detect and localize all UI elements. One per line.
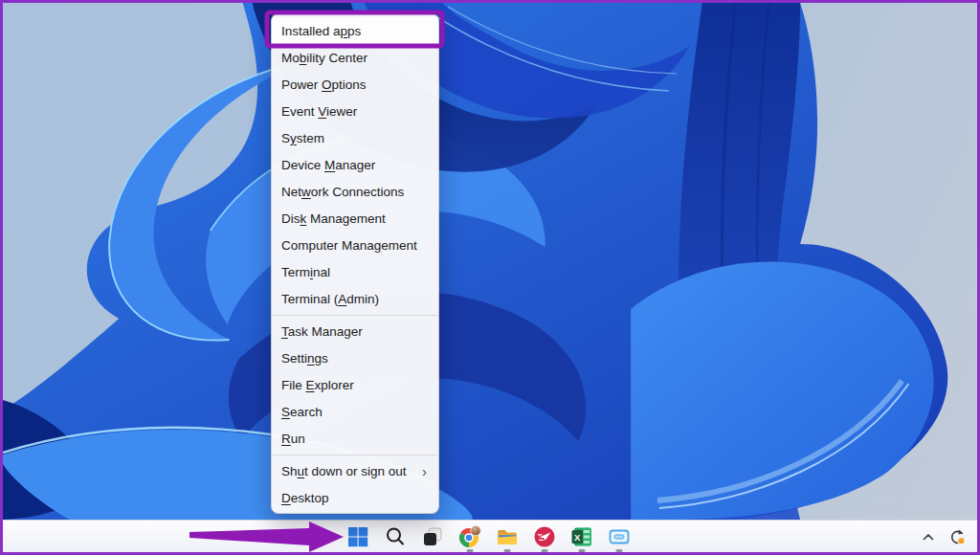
- paper-plane-icon: [533, 525, 556, 548]
- menu-item-label: Desktop: [281, 491, 329, 505]
- menu-item-event-viewer[interactable]: Event Viewer: [272, 98, 438, 124]
- desktop-wallpaper: [3, 3, 977, 520]
- menu-item-settings[interactable]: Settings: [272, 344, 438, 371]
- submenu-chevron-icon: ›: [422, 464, 430, 478]
- menu-item-label: Installed apps: [281, 24, 361, 38]
- menu-item-shut-down-or-sign-out[interactable]: Shut down or sign out›: [272, 457, 438, 484]
- taskbar-excel-button[interactable]: X: [563, 521, 600, 553]
- menu-item-label: Run: [281, 432, 305, 446]
- menu-item-task-manager[interactable]: Task Manager: [272, 318, 438, 344]
- running-indicator: [466, 549, 473, 552]
- tray-windows-update-button[interactable]: [947, 527, 966, 546]
- taskbar-blue-app-button[interactable]: [600, 521, 637, 553]
- menu-item-label: Computer Management: [281, 238, 417, 253]
- menu-item-run[interactable]: Run: [272, 425, 438, 452]
- menu-item-computer-management[interactable]: Computer Management: [272, 232, 438, 258]
- taskbar-red-app-button[interactable]: [525, 521, 563, 553]
- taskbar-file-explorer-button[interactable]: [488, 521, 525, 553]
- excel-icon: X: [570, 525, 593, 548]
- svg-text:X: X: [574, 532, 581, 543]
- menu-item-label: Mobility Center: [281, 51, 368, 65]
- menu-item-label: Terminal: [281, 265, 330, 279]
- menu-item-label: Settings: [281, 351, 328, 366]
- search-icon: [384, 525, 407, 548]
- system-tray: [919, 521, 966, 553]
- menu-item-device-manager[interactable]: Device Manager: [272, 151, 438, 178]
- menu-item-label: System: [281, 131, 324, 145]
- menu-item-mobility-center[interactable]: Mobility Center: [272, 44, 438, 71]
- taskbar-start-button[interactable]: [339, 521, 376, 553]
- app-window-icon: [608, 525, 631, 548]
- menu-item-label: Disk Management: [281, 211, 386, 226]
- running-indicator: [615, 549, 622, 552]
- running-indicator: [578, 549, 585, 552]
- menu-item-label: Power Options: [281, 78, 367, 92]
- menu-item-label: Shut down or sign out: [281, 464, 407, 478]
- menu-separator: [273, 455, 437, 455]
- running-indicator: [541, 549, 547, 552]
- taskbar-icon-strip: X: [339, 521, 637, 553]
- menu-item-network-connections[interactable]: Network Connections: [272, 178, 438, 205]
- menu-item-system[interactable]: System: [272, 124, 438, 151]
- menu-item-terminal[interactable]: Terminal: [272, 258, 438, 285]
- menu-item-file-explorer[interactable]: File Explorer: [272, 371, 438, 398]
- windows-logo-icon: [346, 525, 369, 548]
- menu-item-power-options[interactable]: Power Options: [272, 71, 438, 98]
- menu-item-installed-apps[interactable]: Installed apps: [272, 17, 438, 44]
- menu-item-desktop[interactable]: Desktop: [272, 484, 438, 511]
- task-view-icon: [421, 525, 444, 548]
- menu-item-terminal-admin[interactable]: Terminal (Admin): [272, 285, 438, 312]
- menu-item-search[interactable]: Search: [272, 398, 438, 425]
- taskbar: X: [3, 520, 977, 552]
- menu-item-label: Search: [281, 405, 323, 419]
- menu-item-label: Network Connections: [281, 185, 404, 199]
- taskbar-search-button[interactable]: [376, 521, 413, 553]
- menu-item-label: Device Manager: [281, 158, 375, 172]
- menu-item-label: Terminal (Admin): [281, 292, 379, 306]
- menu-item-label: Task Manager: [281, 324, 363, 339]
- tray-show-hidden-icons-button[interactable]: [919, 527, 938, 546]
- menu-item-label: File Explorer: [281, 378, 354, 392]
- desktop-screen: X Installed appsMobility CenterPower Opt…: [0, 0, 980, 555]
- taskbar-chrome-button[interactable]: [451, 521, 488, 553]
- chrome-icon: [458, 525, 481, 548]
- menu-item-label: Event Viewer: [281, 104, 357, 119]
- running-indicator: [503, 549, 510, 552]
- taskbar-task-view-button[interactable]: [413, 521, 451, 553]
- menu-item-disk-management[interactable]: Disk Management: [272, 205, 438, 232]
- folder-icon: [496, 525, 519, 548]
- winx-context-menu: Installed appsMobility CenterPower Optio…: [271, 13, 439, 514]
- menu-separator: [273, 315, 437, 316]
